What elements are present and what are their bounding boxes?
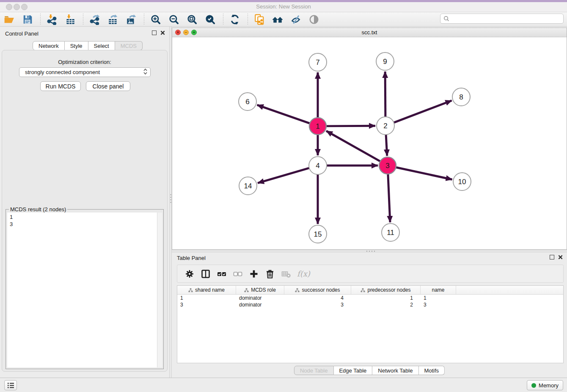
node-3[interactable]: 3 xyxy=(379,157,396,174)
table-panel: Table Panel xyxy=(172,252,567,378)
mcds-result-textarea[interactable]: 13 xyxy=(7,213,157,367)
tab-node-table[interactable]: Node Table xyxy=(294,366,334,375)
column-header-MCDS-role[interactable]: MCDS role xyxy=(236,286,284,294)
edge-3-11[interactable] xyxy=(388,174,390,222)
tab-network[interactable]: Network xyxy=(33,41,65,50)
import-network-icon[interactable] xyxy=(46,13,58,26)
search-field[interactable] xyxy=(440,14,564,24)
node-label: 2 xyxy=(383,122,387,130)
show-all-icon[interactable] xyxy=(308,13,320,26)
tab-select[interactable]: Select xyxy=(88,41,115,50)
network-canvas[interactable]: 7968124314101511 xyxy=(172,37,567,249)
main-toolbar xyxy=(0,12,567,27)
node-2[interactable]: 2 xyxy=(377,117,394,135)
tab-style[interactable]: Style xyxy=(65,41,88,50)
save-session-icon[interactable] xyxy=(21,13,34,26)
table-row[interactable]: 3dominator323 xyxy=(177,301,563,308)
close-panel-icon[interactable] xyxy=(160,30,165,35)
table-cell[interactable]: 4 xyxy=(284,295,351,301)
zoom-out-icon[interactable] xyxy=(168,13,180,26)
table-cell[interactable]: 1 xyxy=(177,295,236,301)
network-window-title: scc.txt xyxy=(172,29,567,36)
memory-button[interactable]: Memory xyxy=(527,380,563,390)
hierarchy-icon xyxy=(188,288,193,293)
export-table-icon[interactable] xyxy=(107,13,119,26)
table-cell[interactable]: dominator xyxy=(236,301,284,308)
node-6[interactable]: 6 xyxy=(239,93,256,110)
create-column-icon[interactable] xyxy=(248,268,260,280)
edge-3-10[interactable] xyxy=(396,167,452,179)
select-all-icon[interactable] xyxy=(216,268,228,280)
open-session-icon[interactable] xyxy=(3,13,16,26)
node-15[interactable]: 15 xyxy=(309,225,327,243)
node-label: 10 xyxy=(458,178,466,186)
toolbar-separator xyxy=(144,14,144,25)
table-cell[interactable]: 3 xyxy=(284,301,351,308)
refresh-icon[interactable] xyxy=(228,13,241,26)
table-cell[interactable]: dominator xyxy=(236,295,284,301)
float-panel-icon[interactable] xyxy=(152,30,157,35)
float-panel-icon[interactable] xyxy=(550,255,554,259)
column-header-label: name xyxy=(432,287,444,293)
node-14[interactable]: 14 xyxy=(239,177,257,195)
import-table-icon[interactable] xyxy=(64,13,77,26)
deselect-all-icon[interactable] xyxy=(232,268,244,280)
first-neighbors-icon[interactable] xyxy=(271,13,284,26)
close-panel-button[interactable]: Close panel xyxy=(86,81,130,91)
edge-3-1[interactable] xyxy=(326,131,380,161)
edge-2-9[interactable] xyxy=(385,72,385,117)
memory-status-icon xyxy=(531,383,536,388)
mcds-result-scrollbar[interactable] xyxy=(157,213,162,367)
edge-4-14[interactable] xyxy=(258,168,309,183)
hide-selected-icon[interactable] xyxy=(289,13,302,26)
edge-1-2[interactable] xyxy=(326,126,375,126)
node-1[interactable]: 1 xyxy=(309,118,326,135)
edge-1-6[interactable] xyxy=(257,105,310,123)
node-7[interactable]: 7 xyxy=(309,53,327,71)
control-panel-title: Control Panel xyxy=(5,30,39,37)
node-11[interactable]: 11 xyxy=(382,224,399,241)
search-input[interactable] xyxy=(451,15,563,22)
table-cell[interactable]: 1 xyxy=(421,295,456,301)
table-cell[interactable]: 3 xyxy=(421,301,456,308)
zoom-fit-icon[interactable] xyxy=(186,13,198,26)
table-cell[interactable]: 3 xyxy=(177,301,236,308)
node-9[interactable]: 9 xyxy=(376,52,394,70)
settings-gear-icon[interactable] xyxy=(184,268,195,280)
task-history-button[interactable] xyxy=(4,380,17,390)
column-header-successor-nodes[interactable]: successor nodes xyxy=(284,286,351,294)
node-10[interactable]: 10 xyxy=(453,173,471,190)
network-graph: 7968124314101511 xyxy=(172,37,567,249)
table-cell[interactable]: 2 xyxy=(351,301,421,308)
export-image-icon[interactable] xyxy=(125,13,138,26)
run-mcds-button[interactable]: Run MCDS xyxy=(40,81,81,91)
tab-edge-table[interactable]: Edge Table xyxy=(333,366,372,375)
splitter-handle[interactable] xyxy=(170,193,171,204)
table-row[interactable]: 1dominator411 xyxy=(177,295,563,301)
network-window-titlebar[interactable]: × − + scc.txt xyxy=(172,28,567,37)
edge-2-3[interactable] xyxy=(386,135,387,156)
zoom-selected-icon[interactable] xyxy=(204,13,217,26)
column-header-predecessor-nodes[interactable]: predecessor nodes xyxy=(351,286,421,294)
tab-mcds[interactable]: MCDS xyxy=(115,41,143,50)
tab-network-table[interactable]: Network Table xyxy=(372,366,418,375)
column-header-name[interactable]: name xyxy=(421,286,456,294)
hierarchy-icon xyxy=(295,288,300,293)
show-columns-icon[interactable] xyxy=(200,268,212,280)
node-4[interactable]: 4 xyxy=(309,157,327,174)
zoom-in-icon[interactable] xyxy=(149,13,162,26)
splitter-handle[interactable] xyxy=(366,251,377,252)
tab-motifs[interactable]: Motifs xyxy=(418,366,445,375)
node-label: 3 xyxy=(385,162,389,170)
delete-column-icon[interactable] xyxy=(264,268,276,280)
table-cell[interactable]: 1 xyxy=(351,295,421,301)
node-label: 7 xyxy=(316,58,319,66)
close-panel-icon[interactable] xyxy=(558,255,563,259)
list-icon xyxy=(7,382,14,389)
edge-2-8[interactable] xyxy=(394,101,452,123)
optimization-criterion-dropdown[interactable]: strongly connected component xyxy=(19,67,151,77)
export-network-icon[interactable] xyxy=(88,13,101,26)
node-8[interactable]: 8 xyxy=(452,88,470,106)
new-network-from-selection-icon[interactable] xyxy=(253,13,266,26)
column-header-shared-name[interactable]: shared name xyxy=(177,286,236,294)
